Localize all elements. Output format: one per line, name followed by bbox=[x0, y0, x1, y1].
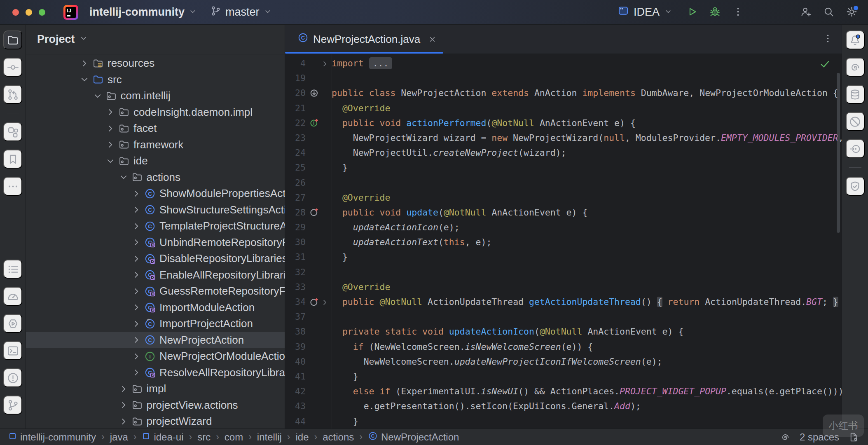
line-number[interactable]: 27 bbox=[285, 190, 306, 205]
code-line-22[interactable]: 22 public void actionPerformed(@NotNull … bbox=[285, 116, 842, 131]
line-number[interactable]: 26 bbox=[285, 176, 306, 190]
editor-tab-newprojectaction[interactable]: C NewProjectAction.java bbox=[285, 25, 443, 54]
maximize-window-button[interactable] bbox=[39, 9, 45, 16]
breadcrumb-com[interactable]: com bbox=[225, 431, 243, 443]
code-line-33[interactable]: 33 @Override bbox=[285, 280, 842, 295]
code-line-25[interactable]: 25 } bbox=[285, 160, 842, 175]
fold-chevron-icon[interactable] bbox=[321, 60, 329, 68]
inspections-ok-icon[interactable] bbox=[819, 59, 831, 74]
code-line-4[interactable]: 4import ... bbox=[285, 56, 842, 71]
line-number[interactable]: 33 bbox=[285, 280, 306, 295]
tool-window-button-pull-requests[interactable] bbox=[3, 85, 22, 104]
editor-scrollbar[interactable] bbox=[837, 73, 840, 233]
code-line-21[interactable]: 21 @Override bbox=[285, 101, 842, 116]
breadcrumb-idea-ui[interactable]: idea-ui bbox=[142, 431, 183, 443]
tree-row-NewProjectAction[interactable]: CNewProjectAction bbox=[26, 332, 285, 349]
breadcrumb-actions[interactable]: actions bbox=[323, 431, 354, 443]
breadcrumb-java[interactable]: java bbox=[110, 431, 128, 443]
tool-window-button-terminal[interactable] bbox=[3, 341, 22, 360]
tree-row-projectView.actions[interactable]: projectView.actions bbox=[26, 397, 285, 414]
code-line-34[interactable]: 34 public @NotNull ActionUpdateThread ge… bbox=[285, 295, 842, 309]
search-everywhere-button[interactable] bbox=[819, 3, 838, 21]
tool-window-button-endpoints[interactable] bbox=[846, 139, 865, 158]
chevron-right-icon[interactable] bbox=[131, 237, 142, 248]
tree-row-NewProjectOrModuleAction[interactable]: INewProjectOrModuleAction bbox=[26, 348, 285, 365]
editor-options-icon[interactable] bbox=[822, 33, 833, 46]
tree-row-actions[interactable]: actions bbox=[26, 169, 285, 186]
code-line-41[interactable]: 41 } bbox=[285, 369, 842, 384]
chevron-right-icon[interactable] bbox=[131, 253, 142, 264]
code-line-24[interactable]: 24 NewProjectUtil.createNewProject(wizar… bbox=[285, 145, 842, 160]
code-line-42[interactable]: 42 else if (ExperimentalUI.isNewUI() && … bbox=[285, 384, 842, 399]
tree-row-TemplateProjectStructureAc[interactable]: CTemplateProjectStructureAc bbox=[26, 218, 285, 234]
chevron-right-icon[interactable] bbox=[79, 58, 90, 69]
overrides-gutter-icon[interactable] bbox=[309, 207, 320, 218]
chevron-right-icon[interactable] bbox=[105, 107, 116, 118]
tree-row-UnbindRemoteRepositoryFor[interactable]: CUnbindRemoteRepositoryFor bbox=[26, 234, 285, 251]
code-line-27[interactable]: 27 @Override bbox=[285, 190, 842, 205]
tool-window-button-project[interactable] bbox=[3, 30, 22, 49]
tree-row-ShowStructureSettingsActio[interactable]: CShowStructureSettingsActio bbox=[26, 202, 285, 218]
tool-window-button-commit[interactable] bbox=[3, 58, 22, 77]
code-editor[interactable]: 4import ...1920public class NewProjectAc… bbox=[285, 54, 842, 429]
ai-assistant-status-icon[interactable] bbox=[780, 432, 791, 443]
tree-row-facet[interactable]: facet bbox=[26, 120, 285, 137]
tool-window-button-database[interactable] bbox=[846, 85, 865, 104]
code-line-37[interactable]: 37 bbox=[285, 309, 842, 324]
close-tab-icon[interactable] bbox=[428, 35, 437, 44]
line-number[interactable]: 20 bbox=[285, 86, 306, 101]
line-number[interactable]: 28 bbox=[285, 205, 306, 220]
tree-row-GuessRemoteRepositoryForE[interactable]: CGuessRemoteRepositoryForE bbox=[26, 283, 285, 300]
line-number[interactable]: 39 bbox=[285, 340, 306, 354]
tree-row-com.intellij[interactable]: com.intellij bbox=[26, 88, 285, 104]
indent-indicator[interactable]: 2 spaces bbox=[800, 431, 839, 443]
line-number[interactable]: 25 bbox=[285, 160, 306, 175]
line-number[interactable]: 37 bbox=[285, 309, 306, 324]
project-widget[interactable]: intellij-community bbox=[84, 2, 202, 22]
tool-window-button-version-control[interactable] bbox=[3, 396, 22, 415]
line-number[interactable]: 30 bbox=[285, 235, 306, 250]
chevron-down-icon[interactable] bbox=[92, 90, 103, 101]
chevron-right-icon[interactable] bbox=[118, 416, 129, 427]
breadcrumb-intellij-community[interactable]: intellij-community bbox=[8, 431, 96, 443]
code-line-43[interactable]: 43 e.getPresentation().setIcon(ExpUiIcon… bbox=[285, 399, 842, 414]
run-button[interactable] bbox=[683, 3, 701, 21]
overridden-gutter-icon[interactable] bbox=[309, 88, 320, 98]
chevron-down-icon[interactable] bbox=[118, 172, 129, 183]
tree-row-ImportProjectAction[interactable]: CImportProjectAction bbox=[26, 316, 285, 332]
settings-button[interactable] bbox=[842, 3, 861, 21]
breadcrumb-intellij[interactable]: intellij bbox=[257, 431, 282, 443]
breadcrumb-ide[interactable]: ide bbox=[296, 431, 309, 443]
line-number[interactable]: 22 bbox=[285, 116, 306, 131]
implements-gutter-icon[interactable] bbox=[309, 118, 320, 128]
breadcrumb-src[interactable]: src bbox=[197, 431, 211, 443]
tool-window-button-services[interactable] bbox=[3, 314, 22, 333]
line-number[interactable]: 29 bbox=[285, 220, 306, 235]
chevron-right-icon[interactable] bbox=[131, 335, 142, 346]
code-line-38[interactable]: 38 private static void updateActionIcon(… bbox=[285, 324, 842, 339]
code-line-29[interactable]: 29 updateActionIcon(e); bbox=[285, 220, 842, 235]
tool-window-button-more-tool-windows[interactable] bbox=[3, 177, 22, 196]
code-line-30[interactable]: 30 updateActionText(this, e); bbox=[285, 235, 842, 250]
code-line-23[interactable]: 23 NewProjectWizard wizard = new NewProj… bbox=[285, 131, 842, 145]
line-number[interactable]: 44 bbox=[285, 414, 306, 429]
chevron-right-icon[interactable] bbox=[131, 302, 142, 313]
tool-window-button-profiler[interactable] bbox=[3, 287, 22, 306]
tree-row-ide[interactable]: ide bbox=[26, 153, 285, 169]
chevron-right-icon[interactable] bbox=[118, 400, 129, 411]
code-line-32[interactable]: 32 bbox=[285, 265, 842, 280]
line-number[interactable]: 42 bbox=[285, 384, 306, 399]
code-line-39[interactable]: 39 if (NewWelcomeScreen.isNewWelcomeScre… bbox=[285, 340, 842, 354]
chevron-right-icon[interactable] bbox=[131, 318, 142, 329]
project-panel-header[interactable]: Project bbox=[26, 25, 285, 54]
line-number[interactable]: 24 bbox=[285, 145, 306, 160]
tool-window-button-no-entry[interactable] bbox=[846, 112, 865, 131]
code-line-31[interactable]: 31 } bbox=[285, 250, 842, 265]
line-number[interactable]: 43 bbox=[285, 399, 306, 414]
code-line-20[interactable]: 20public class NewProjectAction extends … bbox=[285, 86, 842, 101]
tool-window-button-todo[interactable] bbox=[3, 260, 22, 279]
tree-row-resources[interactable]: resources bbox=[26, 55, 285, 72]
tool-window-button-ai-assistant[interactable] bbox=[846, 58, 865, 77]
chevron-right-icon[interactable] bbox=[105, 139, 116, 150]
branch-widget[interactable]: master bbox=[205, 2, 277, 23]
